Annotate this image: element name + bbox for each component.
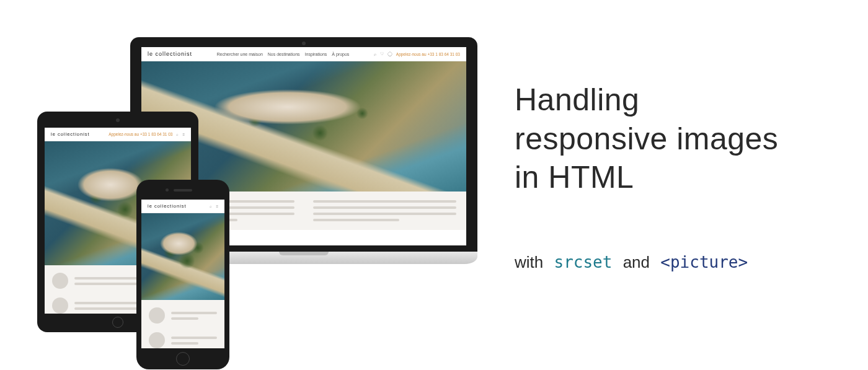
avatar-placeholder (52, 273, 68, 289)
subtitle-and: and (623, 253, 650, 271)
camera-icon (116, 118, 120, 122)
menu-icon: ≡ (182, 133, 185, 136)
search-icon: ⌕ (176, 133, 179, 136)
placeholder-line (171, 312, 217, 314)
phone-screen: le collectionist ⌕ ≡ (141, 200, 224, 348)
brand-logo: le collectionist (148, 203, 187, 209)
nav-destinations: Nos destinations (268, 52, 300, 56)
header-icons: ⌕ ≡ (210, 205, 218, 208)
main-nav: Rechercher une maison Nos destinations I… (216, 52, 349, 56)
nav-about: À propos (332, 52, 349, 56)
hero-image (141, 213, 224, 300)
code-srcset: srcset (554, 253, 612, 271)
user-icon: ◯ (388, 51, 392, 56)
article-subtitle: with srcset and <picture> (515, 253, 849, 272)
brand-logo: le collectionist (51, 131, 90, 137)
avatar-placeholder (52, 297, 68, 314)
camera-icon (166, 188, 169, 192)
site-header: le collectionist Appelez-nous au +33 1 8… (45, 128, 191, 141)
avatar-placeholder (149, 332, 165, 348)
heart-icon: ♡ (380, 51, 384, 56)
nav-search-house: Rechercher une maison (216, 52, 262, 56)
nav-inspirations: Inspirations (305, 52, 327, 56)
avatar-placeholder (149, 307, 165, 324)
home-button-icon (112, 317, 123, 328)
title-line-3: in HTML (515, 160, 634, 195)
placeholder-line (313, 213, 456, 215)
placeholder-line (171, 342, 198, 345)
brand-logo: le collectionist (148, 51, 192, 57)
device-mockups: le collectionist Rechercher une maison N… (37, 37, 484, 347)
call-us-text: Appelez-nous au +33 1 83 64 31 03 (108, 132, 172, 136)
search-icon: ⌕ (374, 52, 376, 56)
text-placeholder (171, 312, 217, 320)
placeholder-line (313, 206, 456, 209)
code-picture: <picture> (660, 253, 748, 271)
placeholder-line (313, 219, 399, 221)
menu-icon: ≡ (216, 205, 218, 208)
placeholder-line (74, 283, 140, 285)
placeholder-line (74, 307, 140, 310)
content-placeholder (141, 300, 224, 348)
title-line-1: Handling (515, 82, 639, 117)
placeholder-column (313, 200, 456, 221)
subtitle-with: with (515, 253, 543, 271)
header-icons: Appelez-nous au +33 1 83 64 31 03 ⌕ ≡ (108, 132, 185, 136)
home-button-icon (176, 352, 190, 366)
speaker-icon (174, 189, 192, 192)
text-placeholder (171, 337, 217, 345)
headline-block: Handling responsive images in HTML with … (515, 81, 849, 272)
placeholder-line (171, 317, 198, 320)
placeholder-line (313, 200, 456, 203)
placeholder-line (171, 337, 217, 339)
list-item (149, 332, 217, 348)
site-header: le collectionist ⌕ ≡ (141, 200, 224, 213)
list-item (149, 307, 217, 324)
site-header: le collectionist Rechercher une maison N… (141, 47, 466, 61)
search-icon: ⌕ (210, 205, 212, 208)
call-us-text: Appelez-nous au +33 1 83 64 31 03 (396, 52, 460, 56)
article-title: Handling responsive images in HTML (515, 81, 849, 197)
phone-mockup: le collectionist ⌕ ≡ (136, 180, 229, 369)
header-icons: ⌕ ♡ ◯ Appelez-nous au +33 1 83 64 31 03 (374, 51, 460, 56)
title-line-2: responsive images (515, 121, 778, 156)
camera-icon (302, 42, 306, 45)
